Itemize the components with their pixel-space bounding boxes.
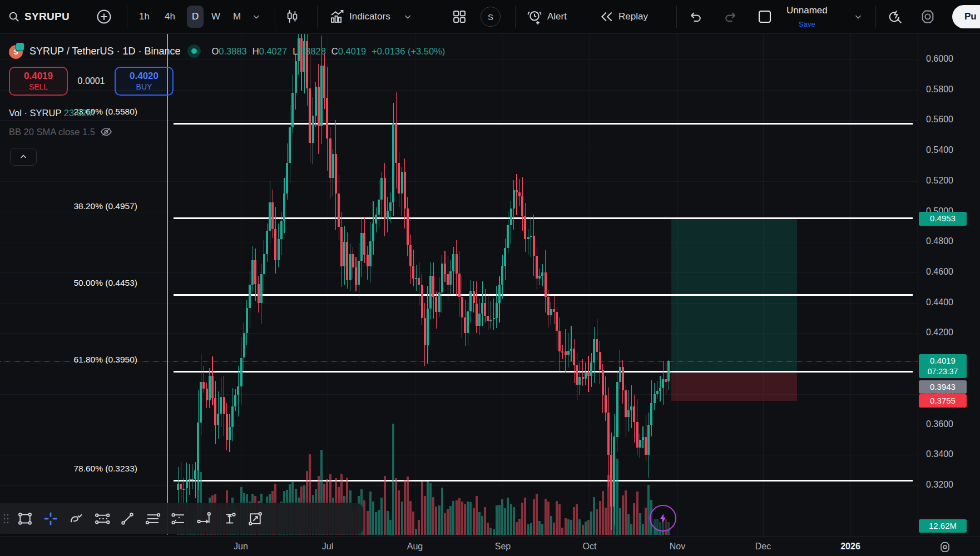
price-axis[interactable]: 0.60000.58000.56000.54000.52000.50000.48…: [918, 33, 980, 537]
sell-button[interactable]: 0.4019 SELL: [9, 67, 68, 96]
symbol-search-button[interactable]: SYRUPU: [8, 11, 70, 23]
price-tick: 0.5200: [926, 176, 953, 186]
eye-off-icon[interactable]: [100, 125, 113, 138]
candle: [189, 479, 191, 480]
layout-name-button[interactable]: Unnamed Save: [786, 5, 828, 28]
long-position-stop-box[interactable]: [671, 372, 797, 401]
candle: [656, 391, 659, 394]
saved-layout-badge[interactable]: S: [481, 7, 501, 27]
horizontal-ray-tool[interactable]: [191, 507, 217, 531]
interval-1h[interactable]: 1h: [136, 7, 153, 27]
volume-bar: [407, 476, 409, 535]
candle: [338, 193, 340, 227]
cross-cursor-tool[interactable]: [38, 507, 63, 531]
interval-1m[interactable]: M: [230, 7, 244, 27]
volume-bar: [550, 516, 552, 535]
layout-menu-button[interactable]: [853, 12, 863, 22]
volume-legend-value: 23.62M: [64, 108, 95, 118]
candle: [481, 303, 483, 314]
alert-button[interactable]: Alert: [526, 8, 567, 25]
toolbar-separator: [317, 6, 318, 28]
month-label: Jun: [234, 542, 248, 552]
fib-retracement-tool[interactable]: [89, 507, 115, 531]
volume-bar: [576, 504, 578, 535]
collapse-legend-button[interactable]: [10, 148, 37, 166]
bb-legend-row[interactable]: BB 20 SMA close 1.5: [9, 125, 445, 138]
settings-button[interactable]: [919, 8, 937, 26]
interval-4h[interactable]: 4h: [161, 7, 179, 27]
trade-buttons-row: 0.4019 SELL 0.0001 0.4020 BUY: [9, 67, 445, 96]
volume-bar: [633, 503, 635, 535]
volume-bar: [473, 508, 475, 535]
candle: [335, 154, 337, 194]
year-label: 2026: [840, 542, 860, 552]
redo-button[interactable]: [723, 9, 739, 24]
interval-1w[interactable]: W: [208, 7, 224, 27]
volume-bar: [481, 516, 483, 535]
time-axis-settings-button[interactable]: [938, 540, 952, 556]
candle-wick: [571, 326, 571, 361]
drawbar-drag-handle[interactable]: [0, 513, 12, 525]
candle: [467, 311, 469, 333]
parallel-lines-tool[interactable]: [140, 507, 166, 531]
candle: [404, 172, 406, 209]
candle: [461, 297, 463, 317]
interval-1d[interactable]: D: [187, 6, 204, 28]
quick-search-button[interactable]: [887, 8, 903, 25]
candle: [533, 236, 535, 255]
volume-bar: [369, 492, 372, 535]
candle: [587, 373, 590, 376]
publish-button[interactable]: Pu: [952, 5, 980, 28]
grid-line-vertical: [590, 33, 590, 537]
compare-add-button[interactable]: [96, 8, 112, 25]
interval-menu-button[interactable]: [251, 12, 261, 22]
candle: [547, 297, 550, 315]
bb-legend-label: BB 20 SMA close 1.5: [9, 127, 95, 137]
symbol-legend-row[interactable]: S SYRUP / TetherUS · 1D · Binance O0.388…: [9, 43, 445, 59]
buy-button[interactable]: 0.4020 BUY: [115, 67, 174, 96]
price-range-tool[interactable]: [217, 507, 242, 531]
low-label: L: [293, 46, 298, 56]
save-link[interactable]: Save: [799, 20, 815, 28]
volume-bar: [496, 505, 498, 535]
brush-tool[interactable]: [63, 507, 89, 531]
candle: [223, 397, 225, 414]
candle: [665, 379, 667, 383]
fib-line[interactable]: [174, 371, 913, 373]
price-tick: 0.3200: [926, 480, 953, 490]
volume-bar: [418, 520, 420, 535]
time-axis[interactable]: JunJulAugSepOctNovDec2026: [0, 537, 980, 556]
undo-button[interactable]: [687, 9, 703, 24]
fib-line[interactable]: [174, 294, 913, 296]
price-tick: 0.4200: [926, 327, 953, 337]
candle: [501, 266, 503, 285]
fib-label: 61.80% (0.3950): [0, 355, 137, 365]
candle: [415, 278, 417, 279]
chart-style-button[interactable]: [285, 9, 299, 24]
candle-wick: [204, 366, 204, 394]
candle: [476, 304, 478, 326]
volume-bar: [404, 480, 406, 535]
boost-lightning-button[interactable]: [650, 505, 676, 532]
layout-select-button[interactable]: [756, 8, 773, 25]
volume-legend-row[interactable]: Vol · SYRUP 23.62M: [9, 108, 445, 118]
crosshair-icon: [42, 510, 59, 527]
gear-icon: [919, 8, 937, 26]
buy-price: 0.4020: [130, 71, 159, 82]
volume-bar: [602, 491, 604, 535]
volume-bar: [435, 507, 437, 535]
date-price-range-tool[interactable]: [242, 507, 268, 531]
candle: [384, 178, 386, 219]
trendline-tool[interactable]: [115, 507, 140, 531]
layout-grid-button[interactable]: [452, 9, 467, 24]
volume-bar: [395, 478, 397, 535]
candle: [186, 480, 188, 489]
rectangle-tool[interactable]: [12, 507, 38, 531]
chart-pane[interactable]: 23.60% (0.5580)38.20% (0.4957)50.00% (0.…: [0, 33, 918, 537]
indicators-button[interactable]: Indicators: [329, 9, 413, 24]
candle: [418, 278, 420, 285]
fib-line[interactable]: [174, 480, 913, 481]
candle: [412, 266, 414, 279]
fib-channel-tool[interactable]: [166, 507, 191, 531]
replay-button[interactable]: Replay: [600, 9, 648, 24]
